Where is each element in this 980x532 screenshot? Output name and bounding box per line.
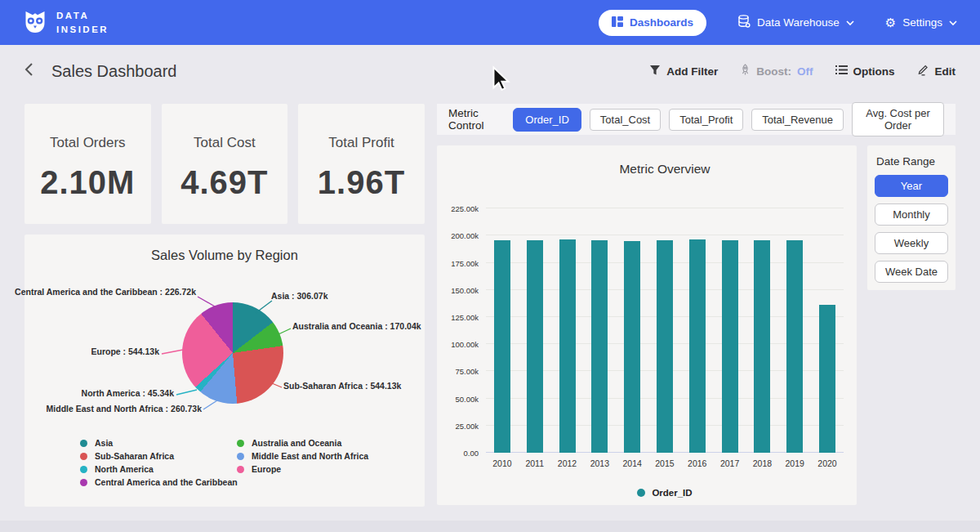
rocket-icon (740, 64, 751, 78)
options-button[interactable]: Options (835, 65, 895, 78)
database-icon (737, 15, 751, 30)
y-axis-tick-label: 150.00k (451, 285, 479, 294)
y-axis-tick-label: 225.00k (451, 204, 479, 213)
x-axis-label: 2012 (551, 458, 584, 468)
boost-value: Off (797, 65, 813, 78)
kpi-card-total-profit[interactable]: Total Profit 1.96T (298, 104, 425, 224)
kpi-row: Total Orders 2.10M Total Cost 4.69T Tota… (24, 104, 425, 224)
x-axis-label: 2018 (746, 458, 779, 468)
add-filter-label: Add Filter (666, 65, 718, 78)
data-warehouse-label: Data Warehouse (757, 16, 840, 29)
gear-icon: ⚙ (885, 16, 896, 29)
bar[interactable] (819, 305, 835, 453)
legend-item[interactable]: Asia (80, 436, 238, 449)
metric-chip-order-id[interactable]: Order_ID (513, 108, 581, 132)
bar[interactable] (722, 240, 738, 453)
bar[interactable] (689, 239, 706, 453)
options-list-icon (835, 65, 848, 78)
x-axis-label: 2011 (519, 458, 551, 468)
y-axis-tick-label: 175.00k (451, 258, 479, 267)
date-range-card: Date Range Year Monthly Weekly Week Date (867, 145, 956, 290)
metric-chip-total-revenue[interactable]: Total_Revenue (751, 109, 844, 131)
bar[interactable] (494, 240, 510, 453)
filter-funnel-icon (649, 65, 661, 78)
brand-line-2: INSIDER (56, 23, 109, 37)
date-range-monthly-button[interactable]: Monthly (875, 203, 948, 226)
pie-callout-label: Sub-Saharan Africa : 544.13k (283, 381, 401, 391)
bar[interactable] (786, 240, 803, 453)
y-axis-tick-label: 25.00k (455, 421, 479, 430)
date-range-week-date-button[interactable]: Week Date (875, 261, 948, 283)
pie-callout-label: Australia and Oceania : 170.04k (292, 321, 421, 331)
y-axis-tick-label: 0.00 (464, 449, 479, 458)
bar-legend-dot (637, 489, 645, 497)
top-navbar: DATA INSIDER Dashboards (0, 0, 980, 45)
legend-dot (237, 466, 244, 473)
owl-logo-icon (23, 8, 47, 38)
boost-toggle[interactable]: Boost: Off (740, 64, 813, 78)
bar[interactable] (527, 240, 543, 453)
edit-button[interactable]: Edit (917, 64, 956, 78)
kpi-value: 1.96T (318, 164, 405, 201)
legend-item[interactable]: Europe (237, 463, 368, 476)
dashboard-grid-icon (612, 16, 623, 29)
legend-label: Australia and Oceania (252, 438, 341, 448)
kpi-label: Total Orders (50, 135, 126, 151)
y-axis-tick-label: 125.00k (451, 313, 479, 322)
pie-callout-label: Europe : 544.13k (91, 346, 159, 356)
legend-item[interactable]: Australia and Oceania (237, 436, 368, 449)
kpi-value: 4.69T (180, 164, 268, 201)
y-axis-tick-label: 100.00k (451, 340, 479, 349)
legend-dot (80, 479, 87, 486)
x-axis-label: 2015 (648, 458, 681, 468)
metric-chip-avg-cost-per-order[interactable]: Avg. Cost per Order (852, 102, 944, 136)
date-range-weekly-button[interactable]: Weekly (875, 232, 948, 254)
legend-label: Asia (95, 438, 113, 448)
bar[interactable] (624, 241, 640, 453)
bar-plot-area: 225.00k200.00k175.00k150.00k125.00k100.0… (486, 198, 844, 453)
y-axis-tick-label: 200.00k (451, 231, 479, 240)
bar-legend-label: Order_ID (652, 488, 692, 498)
dashboards-button[interactable]: Dashboards (599, 10, 706, 36)
kpi-card-total-orders[interactable]: Total Orders 2.10M (24, 104, 151, 224)
pie-legend-col-1: AsiaSub-Saharan AfricaNorth AmericaCentr… (80, 436, 238, 489)
pencil-icon (917, 64, 929, 78)
legend-label: North America (95, 464, 154, 474)
y-axis-tick-label: 75.00k (455, 367, 479, 376)
brand[interactable]: DATA INSIDER (23, 8, 109, 38)
x-axis-label: 2019 (778, 458, 811, 468)
bar[interactable] (591, 240, 608, 453)
metric-chip-total-cost[interactable]: Total_Cost (590, 109, 661, 131)
back-button[interactable] (24, 62, 33, 80)
pie-callout-label: Central America and the Caribbean : 226.… (15, 287, 196, 297)
bar-chart-card: Metric Overview 225.00k200.00k175.00k150… (437, 145, 857, 505)
bar[interactable] (754, 240, 770, 453)
boost-label: Boost: (756, 65, 791, 78)
bar-legend[interactable]: Order_ID (486, 488, 844, 498)
kpi-card-total-cost[interactable]: Total Cost 4.69T (162, 104, 288, 224)
date-range-label: Date Range (876, 155, 948, 168)
options-label: Options (853, 65, 895, 78)
pie-callout-label: North America : 45.34k (82, 388, 174, 398)
data-warehouse-menu[interactable]: Data Warehouse (737, 15, 854, 30)
date-range-year-button[interactable]: Year (875, 175, 948, 197)
kpi-value: 2.10M (40, 164, 135, 201)
add-filter-button[interactable]: Add Filter (649, 65, 718, 78)
legend-label: Middle East and North Africa (252, 451, 368, 461)
legend-item[interactable]: Sub-Saharan Africa (80, 449, 238, 463)
settings-menu[interactable]: ⚙ Settings (885, 16, 957, 29)
bar[interactable] (559, 239, 576, 453)
legend-dot (80, 440, 87, 447)
legend-label: Europe (252, 464, 281, 474)
legend-item[interactable]: Central America and the Caribbean (80, 476, 238, 489)
legend-item[interactable]: Middle East and North Africa (237, 449, 368, 463)
page-title: Sales Dashboard (51, 62, 176, 81)
metric-chip-total-profit[interactable]: Total_Profit (669, 109, 743, 131)
legend-item[interactable]: North America (80, 463, 238, 476)
pie-chart-title: Sales Volume by Region (24, 235, 425, 263)
brand-line-1: DATA (56, 9, 109, 23)
legend-label: Central America and the Caribbean (95, 477, 238, 487)
pie[interactable] (182, 302, 283, 404)
bar[interactable] (657, 240, 673, 453)
x-axis-label: 2014 (616, 458, 648, 468)
